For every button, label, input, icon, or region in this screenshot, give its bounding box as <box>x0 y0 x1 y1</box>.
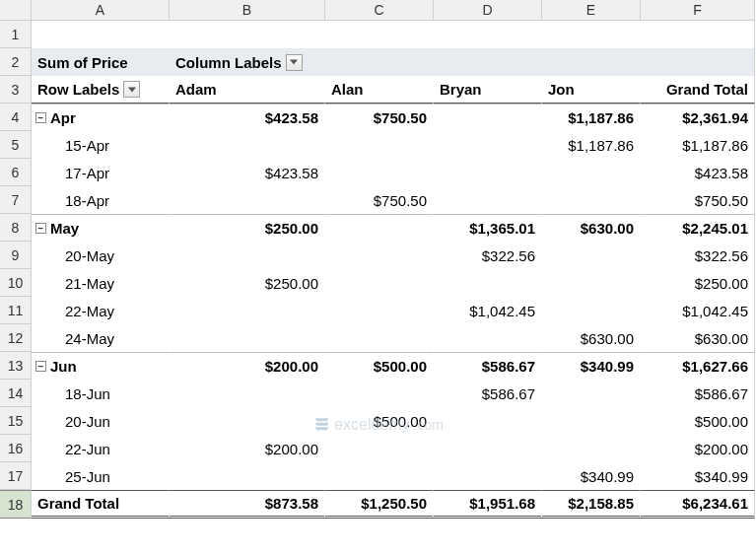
data-cell <box>542 297 641 324</box>
row-label: 21-May <box>32 269 170 297</box>
data-cell <box>170 242 325 269</box>
empty-cell <box>325 21 434 48</box>
row-header-15[interactable]: 15 <box>0 407 32 435</box>
row-labels-dropdown[interactable] <box>123 81 140 98</box>
empty-cell <box>434 48 542 76</box>
column-labels-dropdown[interactable] <box>286 54 303 71</box>
col-header-D[interactable]: D <box>434 0 542 21</box>
row-label: 20-Jun <box>32 407 170 435</box>
row-header-9[interactable]: 9 <box>0 242 32 269</box>
collapse-apr[interactable]: − <box>35 112 46 123</box>
col-header-C[interactable]: C <box>325 0 434 21</box>
column-labels-cell: Column Labels <box>170 48 325 76</box>
data-cell <box>170 186 325 214</box>
row-header-12[interactable]: 12 <box>0 324 32 352</box>
group-total: $1,365.01 <box>434 214 542 242</box>
row-label: 22-May <box>32 297 170 324</box>
data-cell: $630.00 <box>641 324 755 352</box>
measure-label: Sum of Price <box>32 48 170 76</box>
col-header-F[interactable]: F <box>641 0 755 21</box>
data-cell: $586.67 <box>641 380 755 407</box>
data-cell: $1,187.86 <box>542 131 641 159</box>
group-total: $750.50 <box>325 104 434 131</box>
row-label: 17-Apr <box>32 159 170 186</box>
group-name: May <box>50 220 79 237</box>
data-cell <box>434 462 542 490</box>
group-total: $340.99 <box>542 352 641 380</box>
row-header-18[interactable]: 18 <box>0 490 32 519</box>
group-total: $200.00 <box>170 352 325 380</box>
row-header-11[interactable]: 11 <box>0 297 32 324</box>
data-cell <box>170 297 325 324</box>
row-header-8[interactable]: 8 <box>0 214 32 242</box>
data-cell: $586.67 <box>434 380 542 407</box>
data-cell: $322.56 <box>641 242 755 269</box>
group-total: $2,245.01 <box>641 214 755 242</box>
data-cell <box>170 324 325 352</box>
row-header-10[interactable]: 10 <box>0 269 32 297</box>
row-header-6[interactable]: 6 <box>0 159 32 186</box>
data-cell <box>170 462 325 490</box>
row-label: 22-Jun <box>32 435 170 462</box>
group-header-may[interactable]: −May <box>32 214 170 242</box>
col-header-E[interactable]: E <box>542 0 641 21</box>
row-header-13[interactable]: 13 <box>0 352 32 380</box>
group-name: Jun <box>50 358 77 375</box>
data-cell: $750.50 <box>325 186 434 214</box>
column-header-bryan: Bryan <box>434 76 542 104</box>
empty-cell <box>542 21 641 48</box>
collapse-may[interactable]: − <box>35 223 46 234</box>
row-label: 18-Apr <box>32 186 170 214</box>
group-total: $500.00 <box>325 352 434 380</box>
select-all-corner[interactable] <box>0 0 32 21</box>
col-header-A[interactable]: A <box>32 0 170 21</box>
row-header-14[interactable]: 14 <box>0 380 32 407</box>
data-cell <box>434 407 542 435</box>
row-label: 25-Jun <box>32 462 170 490</box>
empty-cell <box>170 21 325 48</box>
row-label: 18-Jun <box>32 380 170 407</box>
row-header-3[interactable]: 3 <box>0 76 32 104</box>
data-cell <box>542 435 641 462</box>
data-cell <box>434 435 542 462</box>
data-cell <box>542 186 641 214</box>
group-total <box>434 104 542 131</box>
grand-total-value: $1,250.50 <box>325 490 434 519</box>
data-cell: $340.99 <box>641 462 755 490</box>
group-total: $250.00 <box>170 214 325 242</box>
row-header-4[interactable]: 4 <box>0 104 32 131</box>
data-cell <box>434 131 542 159</box>
row-label: 15-Apr <box>32 131 170 159</box>
data-cell <box>325 462 434 490</box>
col-header-B[interactable]: B <box>170 0 325 21</box>
group-total: $2,361.94 <box>641 104 755 131</box>
row-labels-cell: Row Labels <box>32 76 170 104</box>
data-cell: $750.50 <box>641 186 755 214</box>
data-cell <box>170 131 325 159</box>
column-header-jon: Jon <box>542 76 641 104</box>
group-header-apr[interactable]: −Apr <box>32 104 170 131</box>
row-header-7[interactable]: 7 <box>0 186 32 214</box>
empty-cell <box>325 48 434 76</box>
column-header-adam: Adam <box>170 76 325 104</box>
collapse-jun[interactable]: − <box>35 361 46 372</box>
empty-cell <box>32 21 170 48</box>
data-cell: $423.58 <box>170 159 325 186</box>
empty-cell <box>434 21 542 48</box>
data-cell <box>325 242 434 269</box>
row-header-2[interactable]: 2 <box>0 48 32 76</box>
row-header-17[interactable]: 17 <box>0 462 32 490</box>
empty-cell <box>542 48 641 76</box>
data-cell: $1,187.86 <box>641 131 755 159</box>
data-cell: $200.00 <box>641 435 755 462</box>
data-cell <box>434 186 542 214</box>
group-total: $1,187.86 <box>542 104 641 131</box>
data-cell <box>542 242 641 269</box>
data-cell <box>325 131 434 159</box>
row-header-5[interactable]: 5 <box>0 131 32 159</box>
group-header-jun[interactable]: −Jun <box>32 352 170 380</box>
data-cell <box>434 159 542 186</box>
row-header-16[interactable]: 16 <box>0 435 32 462</box>
group-total <box>325 214 434 242</box>
row-header-1[interactable]: 1 <box>0 21 32 48</box>
